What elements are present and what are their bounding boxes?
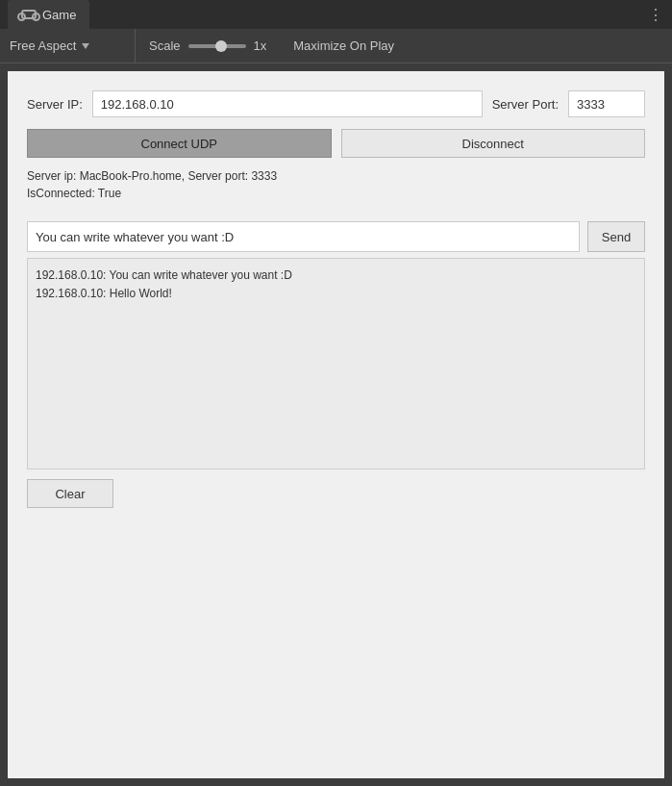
disconnect-button[interactable]: Disconnect xyxy=(341,129,646,158)
toolbar: Free Aspect Scale 1x Maximize On Play xyxy=(0,29,672,63)
log-line: 192.168.0.10: You can write whatever you… xyxy=(36,266,636,285)
maximize-label: Maximize On Play xyxy=(293,38,394,53)
server-port-label: Server Port: xyxy=(492,97,559,112)
main-content: Server IP: Server Port: Connect UDP Disc… xyxy=(8,71,664,778)
server-ip-label: Server IP: xyxy=(27,97,83,112)
status-line2: IsConnected: True xyxy=(27,185,645,202)
connect-button[interactable]: Connect UDP xyxy=(27,129,332,158)
aspect-label: Free Aspect xyxy=(10,38,76,53)
title-bar-left: Game xyxy=(8,0,89,29)
server-ip-input[interactable] xyxy=(92,90,483,117)
message-row: Send xyxy=(27,221,645,252)
server-ip-row: Server IP: Server Port: xyxy=(27,90,645,117)
send-button[interactable]: Send xyxy=(587,221,645,252)
connection-buttons: Connect UDP Disconnect xyxy=(27,129,645,158)
status-text: Server ip: MacBook-Pro.home, Server port… xyxy=(27,167,645,202)
status-line1: Server ip: MacBook-Pro.home, Server port… xyxy=(27,167,645,185)
log-line: 192.168.0.10: Hello World! xyxy=(36,285,636,303)
message-input[interactable] xyxy=(27,221,580,252)
maximize-section: Maximize On Play xyxy=(280,38,672,53)
server-port-input[interactable] xyxy=(568,90,645,117)
game-tab[interactable]: Game xyxy=(8,0,89,29)
context-menu-button[interactable]: ⋮ xyxy=(648,6,664,24)
scale-slider[interactable] xyxy=(188,44,246,48)
tab-label: Game xyxy=(42,8,76,22)
clear-button[interactable]: Clear xyxy=(27,479,113,508)
chevron-down-icon xyxy=(82,43,89,49)
aspect-section: Free Aspect xyxy=(0,29,136,63)
title-bar: Game ⋮ xyxy=(0,0,672,29)
scale-value: 1x xyxy=(254,38,267,53)
game-icon xyxy=(21,10,37,19)
scale-label: Scale xyxy=(149,38,181,53)
aspect-dropdown[interactable]: Free Aspect xyxy=(10,38,125,53)
log-area: 192.168.0.10: You can write whatever you… xyxy=(27,258,645,469)
scale-knob xyxy=(215,40,227,52)
scale-section: Scale 1x xyxy=(136,38,280,53)
